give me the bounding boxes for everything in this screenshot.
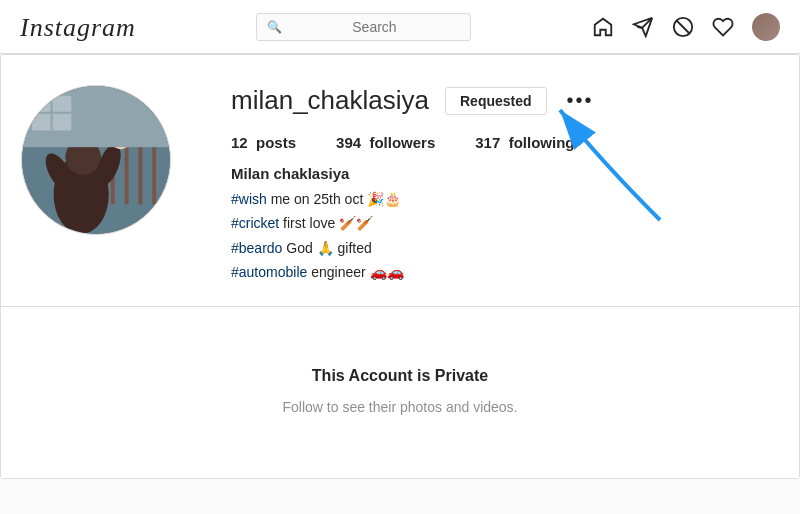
user-avatar-nav[interactable] xyxy=(752,13,780,41)
svg-line-2 xyxy=(677,20,690,33)
posts-label: posts xyxy=(256,134,296,151)
hashtag-wish: #wish xyxy=(231,191,267,207)
private-title: This Account is Private xyxy=(21,367,779,385)
following-label: following xyxy=(509,134,575,151)
profile-bio: #wish me on 25th oct 🎉🎂 #cricket first l… xyxy=(231,188,779,284)
requested-button[interactable]: Requested xyxy=(445,87,547,115)
following-count: 317 xyxy=(475,134,500,151)
private-description: Follow to see their photos and videos. xyxy=(21,397,779,418)
search-bar[interactable]: 🔍 xyxy=(256,13,471,41)
posts-count: 12 xyxy=(231,134,248,151)
following-stat: 317 following xyxy=(475,134,574,151)
explore-icon[interactable] xyxy=(672,16,694,38)
followers-stat: 394 followers xyxy=(336,134,435,151)
hashtag-beardo: #beardo xyxy=(231,240,282,256)
bio-line-3: #beardo God 🙏 gifted xyxy=(231,237,779,259)
profile-header: milan_chaklasiya Requested ••• 12 posts … xyxy=(1,55,799,306)
followers-count: 394 xyxy=(336,134,361,151)
bio-line-4: #automobile engineer 🚗🚗 xyxy=(231,261,779,283)
username-row: milan_chaklasiya Requested ••• xyxy=(231,85,779,116)
bio-line-1: #wish me on 25th oct 🎉🎂 xyxy=(231,188,779,210)
instagram-logo: Instagram xyxy=(20,11,136,43)
search-input[interactable] xyxy=(288,19,460,35)
search-icon: 🔍 xyxy=(267,20,282,34)
profile-card: milan_chaklasiya Requested ••• 12 posts … xyxy=(0,54,800,479)
followers-label: followers xyxy=(369,134,435,151)
profile-avatar xyxy=(21,85,171,235)
private-account-section: This Account is Private Follow to see th… xyxy=(1,306,799,478)
navbar-icons xyxy=(592,13,780,41)
send-icon[interactable] xyxy=(632,16,654,38)
hashtag-automobile: #automobile xyxy=(231,264,307,280)
posts-stat: 12 posts xyxy=(231,134,296,151)
home-icon[interactable] xyxy=(592,16,614,38)
profile-stats: 12 posts 394 followers 317 following xyxy=(231,134,779,151)
profile-info: milan_chaklasiya Requested ••• 12 posts … xyxy=(231,85,779,286)
navbar: Instagram 🔍 xyxy=(0,0,800,54)
bio-line-2: #cricket first love 🏏🏏 xyxy=(231,212,779,234)
username: milan_chaklasiya xyxy=(231,85,429,116)
full-name: Milan chaklasiya xyxy=(231,165,779,182)
hashtag-cricket: #cricket xyxy=(231,215,279,231)
heart-icon[interactable] xyxy=(712,16,734,38)
more-options-button[interactable]: ••• xyxy=(563,89,598,112)
